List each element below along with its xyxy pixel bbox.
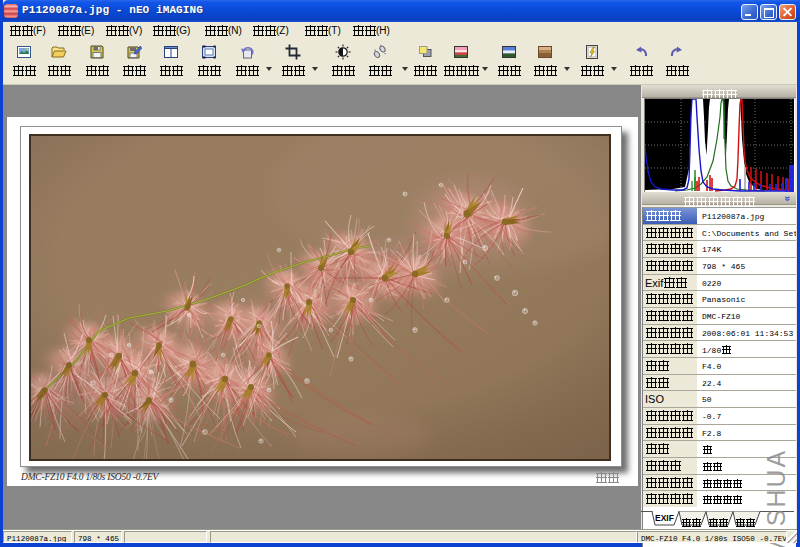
svg-text:EXIF: EXIF: [655, 513, 674, 523]
